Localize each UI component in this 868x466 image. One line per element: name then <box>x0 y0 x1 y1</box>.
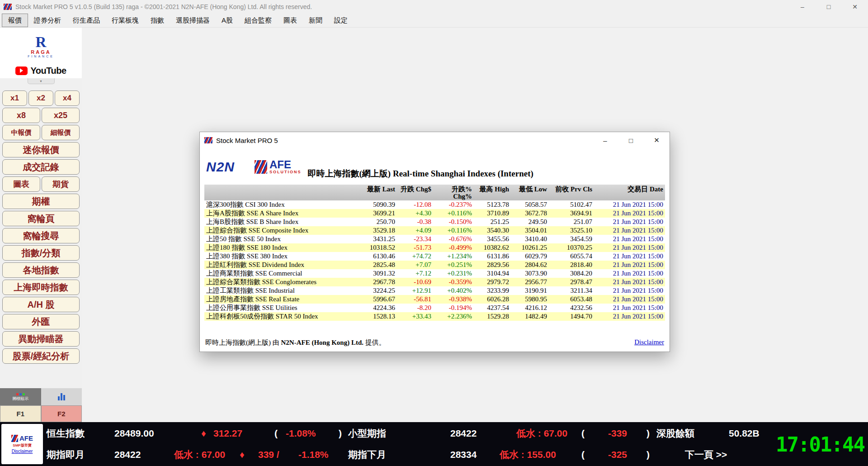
icon-display-label: 圖標顯示 <box>10 396 30 401</box>
index-row[interactable]: 上海A股指數 SSE A Share Index3699.21+4.30+0.1… <box>204 209 665 218</box>
menubar: 報價證券分析衍生產品行業板塊指數選股掃描器A股組合監察圖表新聞設定 <box>0 14 868 28</box>
popup-minimize-button[interactable]: – <box>592 132 618 148</box>
close-button[interactable]: ✕ <box>842 0 868 14</box>
menu-item[interactable]: 指數 <box>145 14 170 27</box>
sidebar-button[interactable]: 外匯 <box>2 314 80 329</box>
mini-futures-diff: -339 <box>608 427 627 440</box>
provider-note: 即時上海指數(網上版) 由 N2N-AFE (Hong Kong) Ltd. 提… <box>205 338 386 347</box>
minimize-button[interactable]: – <box>789 0 816 14</box>
sidebar-button[interactable]: 各地指數 <box>2 262 80 278</box>
index-row[interactable]: 上證綜合業類指數 SSE Conglomerates2967.78-10.69-… <box>204 278 665 286</box>
column-header: 升跌% Chg% <box>433 185 474 200</box>
popup-window-controls: – □ ✕ <box>592 132 670 148</box>
index-row[interactable]: 上證50 指數 SSE 50 Index3431.25-23.34-0.676%… <box>204 235 665 243</box>
paren-close: ) <box>646 427 650 440</box>
index-row[interactable]: 上證綜合指數 SSE Composite Index3529.18+4.09+0… <box>204 226 665 235</box>
notch-wrap: ▼ <box>0 78 82 84</box>
popup-disclaimer-link[interactable]: Disclaimer <box>634 338 664 347</box>
menu-item[interactable]: A股 <box>216 14 239 27</box>
afe-logo-sub: SOLUTIONS <box>269 170 302 174</box>
index-row[interactable]: 上證工業類指數 SSE Industrial3224.25+12.91+0.40… <box>204 286 665 295</box>
index-row[interactable]: 上證科創板50成份指數 STAR 50 Index1528.13+33.43+2… <box>204 312 665 321</box>
sidebar-button[interactable]: 期貨 <box>42 176 80 192</box>
sidebar-button[interactable]: 股票/經紀分析 <box>2 348 80 364</box>
menu-item[interactable]: 設定 <box>328 14 354 27</box>
sidebar-button[interactable]: 異動掃瞄器 <box>2 331 80 347</box>
sidebar-button[interactable]: 上海即時指數 <box>2 280 80 295</box>
column-header: 最高 High <box>474 185 511 200</box>
main-area: Stock Market PRO 5 – □ ✕ N2N AFE SOLUTIO… <box>82 28 868 422</box>
maximize-button[interactable]: □ <box>816 0 842 14</box>
index-row[interactable]: 滬深300指數 CSI 300 Index5090.39-12.08-0.237… <box>204 200 665 209</box>
collapse-handle[interactable]: ▼ <box>28 78 55 84</box>
futures-low: 低水 : 67.00 <box>174 448 225 461</box>
index-row[interactable]: 上證公用事業指數 SSE Utilities4224.36-8.20-0.194… <box>204 304 665 312</box>
menu-item[interactable]: 衍生產品 <box>67 14 106 27</box>
clock: 17:01:44 <box>776 433 864 456</box>
raga-logo-sub: FINANCE <box>28 55 54 58</box>
afe-solutions-logo: AFE SOLUTIONS <box>255 160 302 174</box>
next-month-diff: -325 <box>608 448 627 461</box>
n2n-logo: N2N <box>206 159 235 175</box>
column-header: 升跌 Chg$ <box>397 185 433 200</box>
sidebar-button[interactable]: 窩輪頁 <box>2 211 80 226</box>
menu-item[interactable]: 行業板塊 <box>106 14 145 27</box>
sidebar-button[interactable]: x25 <box>42 108 80 123</box>
sidebar-button[interactable]: x1 <box>2 90 27 106</box>
sidebar-button[interactable]: 成交記錄 <box>2 159 80 175</box>
menu-item[interactable]: 證券分析 <box>28 14 67 27</box>
sidebar-button[interactable]: 迷你報價 <box>2 142 80 157</box>
tab-f1[interactable]: F1 <box>0 405 41 422</box>
hsi-label: 恒生指數 <box>47 427 85 440</box>
menu-item[interactable]: 新聞 <box>303 14 328 27</box>
index-row[interactable]: 上證180 指數 SSE 180 Index10318.52-51.73-0.4… <box>204 243 665 252</box>
menu-item[interactable]: 報價 <box>2 14 28 27</box>
sidebar-button[interactable]: A/H 股 <box>2 297 80 312</box>
paren-close: ) <box>646 448 650 461</box>
chart-view-button[interactable] <box>41 388 82 405</box>
popup-title: Stock Market PRO 5 <box>216 137 278 144</box>
paren-open: ( <box>274 427 278 440</box>
youtube-play-icon <box>15 67 28 75</box>
icon-display-button[interactable]: 圖標顯示 <box>0 388 41 405</box>
menu-item[interactable]: 組合監察 <box>239 14 278 27</box>
sidebar-button[interactable]: 期權 <box>2 194 80 209</box>
tab-f2[interactable]: F2 <box>41 405 82 422</box>
sidebar-button[interactable]: x4 <box>55 90 80 106</box>
hsi-value: 28489.00 <box>114 427 154 440</box>
menu-item[interactable]: 選股掃描器 <box>170 14 216 27</box>
popup-close-button[interactable]: ✕ <box>644 132 670 148</box>
sidebar-button[interactable]: x2 <box>28 90 53 106</box>
sidebar-button[interactable]: 細報價 <box>42 125 80 140</box>
menu-item[interactable]: 圖表 <box>278 14 303 27</box>
afe-card-brand: AFE <box>19 434 33 442</box>
popup-heading: 即時上海指數(網上版) Real-time Shanghai Indexes (… <box>308 168 533 180</box>
window-controls: – □ ✕ <box>789 0 868 14</box>
index-row[interactable]: 上證商業類指數 SSE Commercial3091.32+7.12+0.231… <box>204 269 665 278</box>
index-row[interactable]: 上證紅利指數 SSE Dividend Index2825.48+7.07+0.… <box>204 261 665 269</box>
index-row[interactable]: 上海B股指數 SSE B Share Index250.70-0.38-0.15… <box>204 218 665 226</box>
sidebar-button[interactable]: 中報價 <box>2 125 40 140</box>
sidebar-button[interactable]: x8 <box>2 108 40 123</box>
raga-finance-logo[interactable]: R RAGA FINANCE <box>0 28 82 63</box>
popup-titlebar[interactable]: Stock Market PRO 5 – □ ✕ <box>200 132 670 148</box>
next-page-button[interactable]: 下一頁 >> <box>685 448 727 461</box>
window-title: Stock Market PRO 5 v1.0.5 (Build 135) ra… <box>15 3 312 10</box>
afe-logo-name: AFE <box>269 160 302 170</box>
index-row[interactable]: 上證房地產指數 SSE Real Estate5996.67-56.81-0.9… <box>204 295 665 304</box>
titlebar: Stock Market PRO 5 v1.0.5 (Build 135) ra… <box>0 0 868 14</box>
statusbar-disclaimer-link[interactable]: Disclaimer <box>12 449 33 454</box>
down-diamond-icon: ♦ <box>201 427 206 440</box>
sidebar-button[interactable]: 指數/分類 <box>2 245 80 261</box>
popup-maximize-button[interactable]: □ <box>618 132 644 148</box>
sidebar-button[interactable]: 窩輪搜尋 <box>2 228 80 243</box>
youtube-label: YouTube <box>30 66 66 76</box>
statusbar: AFE SMP版市寶 Disclaimer 恒生指數 28489.00 ♦ 31… <box>0 422 868 466</box>
futures-pct: -1.18% <box>298 448 329 461</box>
youtube-button[interactable]: YouTube <box>0 63 82 78</box>
down-diamond-icon: ♦ <box>240 448 245 461</box>
next-month-label: 期指下月 <box>348 448 386 461</box>
index-row[interactable]: 上證380 指數 SSE 380 Index6130.46+74.72+1.23… <box>204 252 665 261</box>
hsi-pct: -1.08% <box>286 427 316 440</box>
sidebar-button[interactable]: 圖表 <box>2 176 40 192</box>
